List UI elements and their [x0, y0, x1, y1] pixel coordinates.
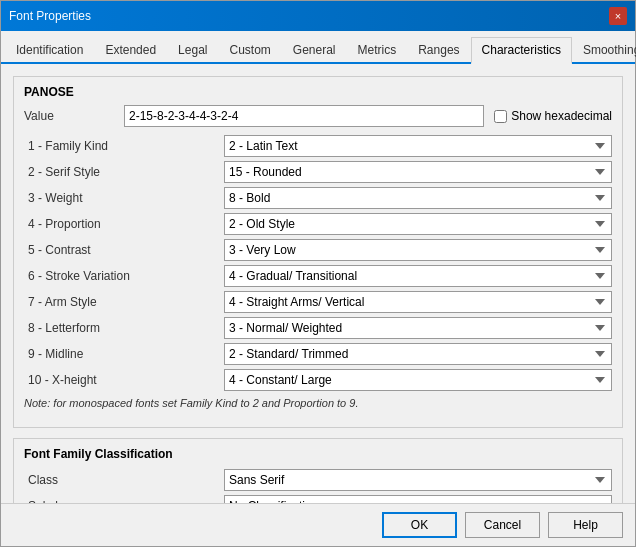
footer: OK Cancel Help [1, 503, 635, 546]
property-row: 8 - Letterform3 - Normal/ Weighted [24, 317, 612, 339]
close-button[interactable]: × [609, 7, 627, 25]
property-select[interactable]: 4 - Gradual/ Transitional [224, 265, 612, 287]
class-row: Class Sans Serif [24, 469, 612, 491]
property-row: 1 - Family Kind2 - Latin Text [24, 135, 612, 157]
window: Font Properties × IdentificationExtended… [0, 0, 636, 547]
tab-characteristics[interactable]: Characteristics [471, 37, 572, 64]
property-select[interactable]: 3 - Normal/ Weighted [224, 317, 612, 339]
subclass-row: Subclass No Classification [24, 495, 612, 503]
property-row: 7 - Arm Style4 - Straight Arms/ Vertical [24, 291, 612, 313]
property-label: 8 - Letterform [24, 321, 224, 335]
property-select[interactable]: 2 - Standard/ Trimmed [224, 343, 612, 365]
classification-title: Font Family Classification [24, 447, 612, 461]
tab-extended[interactable]: Extended [94, 37, 167, 64]
panose-header: PANOSE [24, 85, 612, 99]
class-label: Class [24, 473, 224, 487]
subclass-select[interactable]: No Classification [224, 495, 612, 503]
show-hex-checkbox[interactable] [494, 110, 507, 123]
property-label: 5 - Contrast [24, 243, 224, 257]
property-select[interactable]: 8 - Bold [224, 187, 612, 209]
value-label: Value [24, 109, 124, 123]
property-select[interactable]: 2 - Old Style [224, 213, 612, 235]
window-title: Font Properties [9, 9, 91, 23]
property-select[interactable]: 4 - Constant/ Large [224, 369, 612, 391]
title-bar: Font Properties × [1, 1, 635, 31]
ok-button[interactable]: OK [382, 512, 457, 538]
property-label: 1 - Family Kind [24, 139, 224, 153]
property-label: 4 - Proportion [24, 217, 224, 231]
property-label: 7 - Arm Style [24, 295, 224, 309]
help-button[interactable]: Help [548, 512, 623, 538]
property-row: 5 - Contrast3 - Very Low [24, 239, 612, 261]
tab-ranges[interactable]: Ranges [407, 37, 470, 64]
property-row: 4 - Proportion2 - Old Style [24, 213, 612, 235]
tabs-container: IdentificationExtendedLegalCustomGeneral… [1, 31, 635, 64]
property-row: 3 - Weight8 - Bold [24, 187, 612, 209]
property-row: 10 - X-height4 - Constant/ Large [24, 369, 612, 391]
tab-identification[interactable]: Identification [5, 37, 94, 64]
property-row: 2 - Serif Style15 - Rounded [24, 161, 612, 183]
property-label: 2 - Serif Style [24, 165, 224, 179]
tab-general[interactable]: General [282, 37, 347, 64]
show-hex-row: Show hexadecimal [494, 109, 612, 123]
property-select[interactable]: 2 - Latin Text [224, 135, 612, 157]
tab-metrics[interactable]: Metrics [347, 37, 408, 64]
property-select[interactable]: 4 - Straight Arms/ Vertical [224, 291, 612, 313]
tab-smoothing[interactable]: Smoothing [572, 37, 636, 64]
value-row: Value Show hexadecimal [24, 105, 612, 127]
property-label: 6 - Stroke Variation [24, 269, 224, 283]
tab-custom[interactable]: Custom [218, 37, 281, 64]
cancel-button[interactable]: Cancel [465, 512, 540, 538]
property-label: 10 - X-height [24, 373, 224, 387]
panose-value-input[interactable] [124, 105, 484, 127]
property-select[interactable]: 15 - Rounded [224, 161, 612, 183]
property-select[interactable]: 3 - Very Low [224, 239, 612, 261]
panose-section: PANOSE Value Show hexadecimal 1 - Family… [13, 76, 623, 428]
classification-section: Font Family Classification Class Sans Se… [13, 438, 623, 503]
property-row: 6 - Stroke Variation4 - Gradual/ Transit… [24, 265, 612, 287]
show-hex-label: Show hexadecimal [511, 109, 612, 123]
tab-legal[interactable]: Legal [167, 37, 218, 64]
property-row: 9 - Midline2 - Standard/ Trimmed [24, 343, 612, 365]
property-label: 9 - Midline [24, 347, 224, 361]
panose-properties: 1 - Family Kind2 - Latin Text2 - Serif S… [24, 135, 612, 391]
main-content: PANOSE Value Show hexadecimal 1 - Family… [1, 64, 635, 503]
property-label: 3 - Weight [24, 191, 224, 205]
class-select[interactable]: Sans Serif [224, 469, 612, 491]
panose-note: Note: for monospaced fonts set Family Ki… [24, 397, 612, 409]
